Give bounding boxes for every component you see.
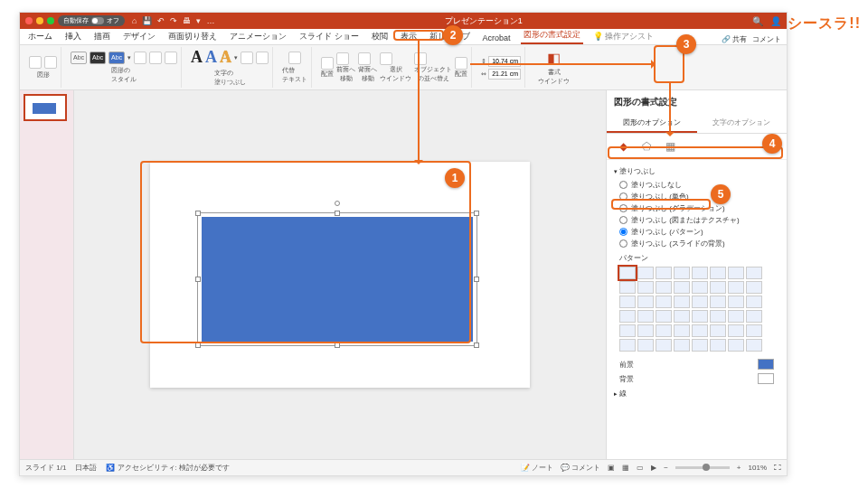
- tab-review[interactable]: 校閲: [369, 29, 391, 44]
- shape-width-input[interactable]: [488, 69, 521, 80]
- pattern-swatch[interactable]: [692, 267, 708, 279]
- pattern-swatch[interactable]: [746, 267, 762, 279]
- zoom-out-icon[interactable]: −: [664, 464, 668, 472]
- pattern-swatch[interactable]: [674, 310, 690, 323]
- fill-picture-radio[interactable]: 塗りつぶし (図またはテクスチャ): [614, 214, 779, 226]
- format-tab-shape-options[interactable]: 図形のオプション: [607, 114, 697, 133]
- slide-canvas-area[interactable]: [74, 90, 606, 459]
- pattern-swatch[interactable]: [710, 267, 726, 279]
- fill-section-header[interactable]: 塗りつぶし: [614, 164, 779, 179]
- pattern-swatch[interactable]: [746, 310, 762, 323]
- pattern-swatch[interactable]: [710, 296, 726, 308]
- pattern-swatch[interactable]: [619, 310, 636, 323]
- effects-tab-icon[interactable]: ⬠: [639, 139, 654, 154]
- pattern-swatch[interactable]: [656, 310, 672, 323]
- pattern-swatch[interactable]: [637, 339, 654, 352]
- fill-line-tab-icon[interactable]: ◆: [616, 139, 630, 154]
- pattern-swatch[interactable]: [619, 324, 636, 337]
- fill-gradient-radio[interactable]: 塗りつぶし (グラデーション): [614, 202, 779, 214]
- arrange-icon[interactable]: [321, 57, 334, 70]
- resize-handle-n[interactable]: [335, 211, 340, 216]
- style-preset-2[interactable]: Abc: [90, 52, 106, 64]
- tab-transitions[interactable]: 画面切り替え: [165, 29, 220, 44]
- pattern-swatch[interactable]: [728, 281, 744, 294]
- pattern-swatch[interactable]: [674, 281, 690, 294]
- pattern-swatch[interactable]: [619, 296, 636, 308]
- tab-insert[interactable]: 挿入: [62, 29, 84, 44]
- fill-slide-bg-radio[interactable]: 塗りつぶし (スライドの背景): [614, 238, 779, 249]
- sorter-view-icon[interactable]: ▦: [622, 464, 629, 472]
- pattern-swatch[interactable]: [728, 339, 744, 352]
- fill-pattern-radio[interactable]: 塗りつぶし (パターン): [614, 226, 779, 238]
- pattern-swatch[interactable]: [656, 267, 672, 279]
- resize-handle-s[interactable]: [335, 343, 340, 348]
- format-tab-text-options[interactable]: 文字のオプション: [697, 114, 788, 133]
- format-pane-button[interactable]: ◧ 書式 ウインドウ: [534, 48, 573, 88]
- text-fill-icon[interactable]: [241, 52, 253, 64]
- pattern-swatch[interactable]: [637, 324, 654, 337]
- size-props-tab-icon[interactable]: ▦: [663, 139, 677, 154]
- resize-handle-e[interactable]: [474, 277, 479, 282]
- resize-handle-nw[interactable]: [195, 211, 201, 216]
- background-color-picker[interactable]: [758, 373, 774, 384]
- pattern-swatch[interactable]: [746, 324, 762, 337]
- print-icon[interactable]: 🖶: [183, 16, 191, 25]
- pattern-swatch[interactable]: [619, 267, 636, 279]
- pattern-swatch[interactable]: [656, 281, 672, 294]
- pattern-swatch[interactable]: [710, 324, 726, 337]
- edit-shape-icon[interactable]: [44, 56, 57, 69]
- language-indicator[interactable]: 日本語: [75, 463, 97, 473]
- redo-icon[interactable]: ↷: [170, 16, 177, 25]
- selected-rectangle-shape[interactable]: [197, 212, 477, 346]
- pattern-swatch[interactable]: [692, 310, 708, 323]
- pattern-swatch[interactable]: [619, 281, 636, 294]
- style-preset-1[interactable]: Abc: [71, 52, 87, 64]
- zoom-in-icon[interactable]: +: [737, 464, 741, 472]
- pattern-swatch[interactable]: [728, 310, 744, 323]
- tab-view[interactable]: 表示: [398, 29, 420, 44]
- wordart-preset-3[interactable]: A: [220, 48, 231, 67]
- pattern-swatch[interactable]: [728, 324, 744, 337]
- minimize-window-icon[interactable]: [36, 17, 43, 24]
- pattern-swatch[interactable]: [674, 324, 690, 337]
- reading-view-icon[interactable]: ▭: [637, 464, 644, 472]
- pattern-swatch[interactable]: [692, 296, 708, 308]
- slide[interactable]: [150, 162, 530, 388]
- pattern-swatch[interactable]: [710, 310, 726, 323]
- share-button[interactable]: 🔗 共有: [722, 34, 747, 44]
- home-icon[interactable]: ⌂: [132, 16, 137, 25]
- tab-acrobat[interactable]: Acrobat: [480, 32, 514, 44]
- notes-toggle[interactable]: 📝 ノート: [521, 463, 553, 473]
- zoom-level[interactable]: 101%: [749, 464, 767, 472]
- pattern-swatch[interactable]: [692, 339, 708, 352]
- shape-effects-icon[interactable]: [165, 52, 177, 64]
- search-icon[interactable]: 🔍: [752, 16, 763, 26]
- slide-thumbnail-1[interactable]: [24, 94, 67, 121]
- style-gallery-more-icon[interactable]: ▾: [127, 54, 131, 61]
- resize-handle-sw[interactable]: [195, 343, 201, 348]
- shape-outline-icon[interactable]: [149, 52, 162, 64]
- pattern-swatch[interactable]: [656, 324, 672, 337]
- line-section-header[interactable]: 線: [614, 386, 779, 401]
- resize-handle-w[interactable]: [195, 277, 201, 282]
- normal-view-icon[interactable]: ▣: [608, 464, 615, 472]
- tab-draw[interactable]: 描画: [91, 29, 113, 44]
- wordart-preset-1[interactable]: A: [191, 48, 203, 67]
- user-avatar-icon[interactable]: 👤: [770, 16, 781, 26]
- zoom-slider[interactable]: [675, 466, 730, 469]
- align-icon[interactable]: [455, 57, 467, 70]
- wordart-more-icon[interactable]: ▾: [234, 54, 238, 61]
- tab-design[interactable]: デザイン: [120, 29, 158, 44]
- comments-button[interactable]: コメント: [752, 34, 781, 44]
- pattern-swatch[interactable]: [710, 339, 726, 352]
- pattern-swatch[interactable]: [637, 281, 654, 294]
- pattern-swatch[interactable]: [619, 339, 636, 352]
- tell-me[interactable]: 💡 操作アシスト: [590, 29, 657, 44]
- pattern-swatch[interactable]: [637, 267, 654, 279]
- pattern-swatch[interactable]: [728, 267, 744, 279]
- style-preset-3[interactable]: Abc: [108, 52, 125, 64]
- save-icon[interactable]: 💾: [142, 16, 152, 25]
- comments-toggle[interactable]: 💬 コメント: [561, 463, 600, 473]
- resize-handle-ne[interactable]: [474, 211, 479, 216]
- qat-more-icon[interactable]: ▾: [196, 16, 201, 25]
